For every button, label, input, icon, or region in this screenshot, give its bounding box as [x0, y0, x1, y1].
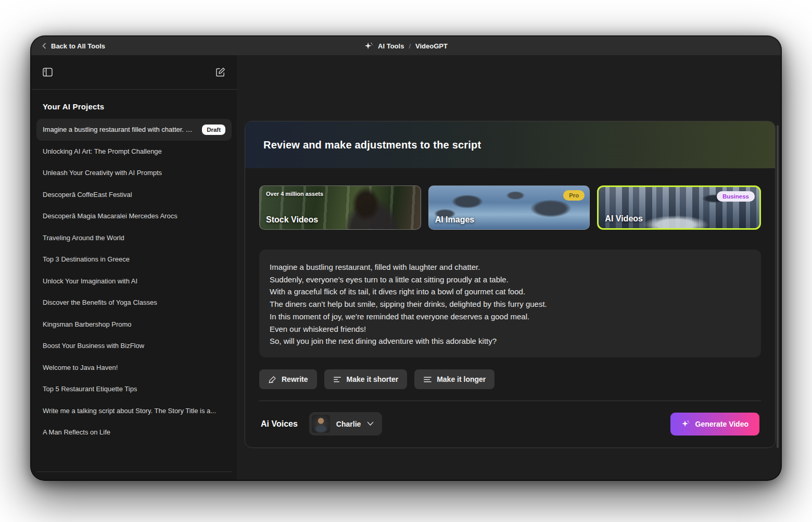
draft-badge: Draft	[202, 125, 225, 135]
back-label: Back to All Tools	[51, 42, 105, 50]
project-item[interactable]: Discover the Benefits of Yoga Classes	[36, 292, 232, 314]
project-label: A Man Reflects on Life	[43, 428, 110, 436]
script-review-panel: Review and make adjustments to the scrip…	[245, 121, 776, 448]
chevron-left-icon	[42, 43, 47, 49]
project-label: Descoperă Magia Macaralei Mercedes Arocs	[43, 212, 177, 220]
project-label: Unlocking AI Art: The Prompt Challenge	[43, 147, 162, 155]
make-longer-label: Make it longer	[437, 375, 486, 383]
sparkle-icon	[364, 42, 373, 51]
project-item[interactable]: Traveling Around the World	[36, 227, 232, 249]
panel-footer: Ai Voices Charlie Generate Video	[259, 412, 761, 436]
media-type-cards: Over 4 million assets Stock Videos Pro A…	[259, 185, 761, 230]
project-item[interactable]: Welcome to Java Haven!	[36, 357, 232, 379]
card-ai-videos[interactable]: Business AI Videos	[597, 185, 761, 230]
chevron-down-icon	[367, 421, 374, 426]
sidebar-header	[31, 55, 237, 90]
project-list: Imagine a bustling restaurant filled wit…	[31, 119, 237, 471]
script-line: So, will you join the next dining advent…	[270, 335, 751, 347]
top-bar: Back to All Tools AI Tools / VideoGPT	[31, 36, 781, 55]
project-item[interactable]: Top 3 Destinations in Greece	[36, 248, 232, 270]
project-item[interactable]: Unlock Your Imagination with AI	[36, 270, 232, 292]
script-editor[interactable]: Imagine a bustling restaurant, filled wi…	[259, 250, 761, 357]
project-item[interactable]: Write me a talking script about Story. T…	[36, 400, 232, 422]
voice-avatar	[312, 415, 330, 433]
pro-badge: Pro	[563, 190, 585, 201]
lines-long-icon	[423, 376, 432, 383]
footer-divider	[259, 401, 761, 401]
new-project-button[interactable]	[214, 66, 226, 78]
breadcrumb-section[interactable]: AI Tools	[378, 42, 404, 50]
make-shorter-label: Make it shorter	[347, 375, 399, 383]
breadcrumb: AI Tools / VideoGPT	[364, 42, 448, 51]
main-scrollbar[interactable]	[777, 125, 779, 448]
project-label: Unlock Your Imagination with AI	[43, 277, 137, 285]
breadcrumb-separator: /	[409, 42, 411, 50]
generate-video-button[interactable]: Generate Video	[670, 413, 759, 436]
back-button[interactable]: Back to All Tools	[42, 42, 105, 50]
business-badge: Business	[717, 191, 755, 202]
stock-videos-note: Over 4 million assets	[266, 191, 323, 197]
project-label: Descoperă CoffeEast Festival	[43, 191, 132, 198]
script-line: With a graceful flick of its tail, it di…	[270, 285, 751, 298]
project-label: Top 3 Destinations in Greece	[43, 255, 130, 263]
project-item[interactable]: Top 5 Restaurant Etiquette Tips	[36, 378, 232, 400]
breadcrumb-current: VideoGPT	[415, 42, 448, 50]
project-item[interactable]: Imagine a bustling restaurant filled wit…	[36, 119, 232, 141]
projects-heading: Your AI Projects	[31, 90, 237, 119]
make-shorter-button[interactable]: Make it shorter	[324, 369, 408, 389]
project-label: Discover the Benefits of Yoga Classes	[43, 299, 157, 306]
voice-name: Charlie	[336, 420, 361, 428]
project-label: Unleash Your Creativity with AI Prompts	[43, 169, 162, 177]
voice-select-dropdown[interactable]: Charlie	[309, 412, 382, 436]
project-item[interactable]: Unleash Your Creativity with AI Prompts	[36, 162, 232, 184]
project-item[interactable]: Unlocking AI Art: The Prompt Challenge	[36, 141, 232, 163]
script-line: The diners can’t help but smile, sipping…	[270, 298, 751, 310]
project-item[interactable]: Boost Your Business with BizFlow	[36, 335, 232, 357]
panel-header: Review and make adjustments to the scrip…	[245, 121, 775, 168]
stock-videos-label: Stock Videos	[266, 215, 318, 225]
panel-icon	[43, 68, 53, 77]
ai-videos-label: AI Videos	[605, 214, 643, 223]
card-ai-images[interactable]: Pro AI Images	[428, 185, 590, 230]
project-item[interactable]: A Man Reflects on Life	[36, 421, 232, 443]
generate-video-label: Generate Video	[695, 420, 748, 428]
rewrite-label: Rewrite	[282, 375, 308, 383]
main-area: Review and make adjustments to the scrip…	[237, 55, 781, 480]
pen-icon	[268, 375, 277, 384]
card-stock-videos[interactable]: Over 4 million assets Stock Videos	[259, 185, 421, 230]
content-area: Your AI Projects Imagine a bustling rest…	[31, 55, 781, 480]
script-line: Suddenly, everyone’s eyes turn to a litt…	[270, 274, 751, 286]
sparkle-icon	[681, 419, 690, 428]
voices-section: Ai Voices Charlie	[261, 412, 382, 436]
script-line: In this moment of joy, we’re reminded th…	[270, 310, 751, 323]
project-item[interactable]: Descoperă CoffeEast Festival	[36, 184, 232, 206]
project-label: Kingsman Barbershop Promo	[43, 320, 132, 328]
script-line: Imagine a bustling restaurant, filled wi…	[270, 261, 751, 274]
make-longer-button[interactable]: Make it longer	[414, 369, 494, 389]
ai-voices-label: Ai Voices	[261, 419, 298, 429]
project-label: Traveling Around the World	[43, 234, 124, 242]
sidebar-divider	[36, 471, 232, 472]
panel-body: Over 4 million assets Stock Videos Pro A…	[245, 168, 775, 448]
lines-short-icon	[333, 376, 342, 383]
project-label: Welcome to Java Haven!	[43, 364, 118, 371]
ai-images-label: AI Images	[435, 215, 475, 225]
script-line: Even our whiskered friends!	[270, 323, 751, 335]
sidebar: Your AI Projects Imagine a bustling rest…	[31, 55, 237, 480]
script-actions: Rewrite Make it shorter Make it longer	[259, 369, 761, 389]
rewrite-button[interactable]: Rewrite	[259, 369, 317, 389]
project-label: Imagine a bustling restaurant filled wit…	[43, 126, 197, 133]
project-item[interactable]: Kingsman Barbershop Promo	[36, 314, 232, 335]
project-label: Write me a talking script about Story. T…	[43, 407, 216, 415]
videogpt-window: Back to All Tools AI Tools / VideoGPT Yo…	[31, 36, 781, 480]
project-item[interactable]: Descoperă Magia Macaralei Mercedes Arocs	[36, 205, 232, 227]
project-label: Boost Your Business with BizFlow	[43, 342, 144, 350]
project-label: Top 5 Restaurant Etiquette Tips	[43, 385, 137, 393]
sidebar-toggle-button[interactable]	[42, 67, 54, 78]
compose-icon	[215, 67, 225, 77]
panel-title: Review and make adjustments to the scrip…	[263, 139, 481, 151]
